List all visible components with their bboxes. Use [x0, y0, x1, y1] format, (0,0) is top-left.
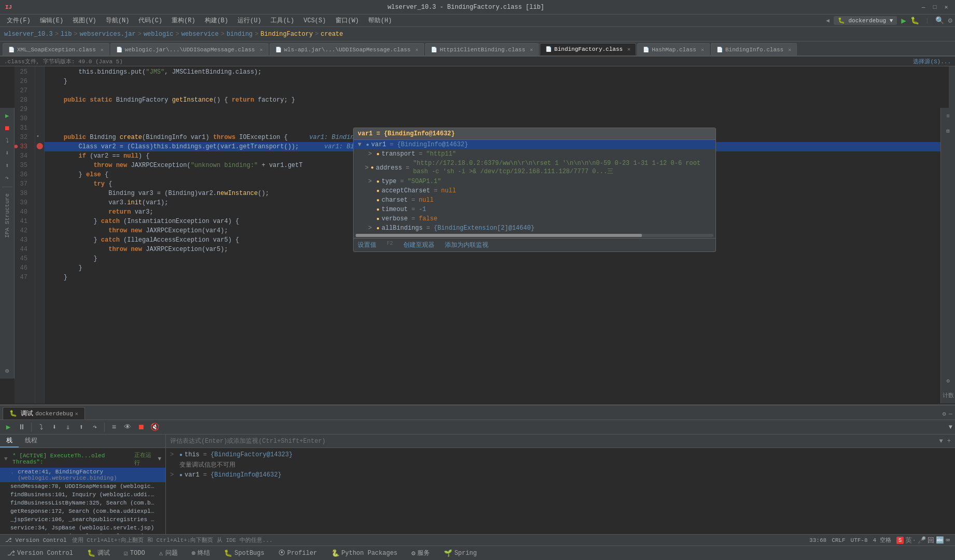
- thread-frame-service[interactable]: service:34, JspBase (weblogic.servlet.js…: [0, 524, 165, 532]
- taskbar-spring[interactable]: 🌱 Spring: [441, 548, 480, 558]
- bc-class[interactable]: BindingFactory: [261, 31, 313, 38]
- left-icon-debug[interactable]: ▶: [2, 110, 13, 121]
- debug-add-inline-watch[interactable]: 添加为内联监视: [445, 241, 488, 249]
- tab-close-xml-soap[interactable]: ✕: [101, 47, 104, 53]
- bc-lib[interactable]: lib: [61, 31, 72, 38]
- bc-jar[interactable]: webservices.jar: [80, 31, 136, 38]
- menu-file[interactable]: 文件(F): [3, 15, 35, 26]
- bc-webservice[interactable]: webservice: [181, 31, 219, 38]
- debug-row-charset[interactable]: ● charset = null: [354, 195, 715, 205]
- menu-view[interactable]: 视图(V): [68, 15, 101, 26]
- status-encoding[interactable]: UTF-8: [851, 537, 868, 543]
- left-icon-step-out[interactable]: ⬆: [2, 160, 13, 171]
- debug-button[interactable]: 🐛: [910, 16, 919, 25]
- status-vcs[interactable]: ⎇ Version Control: [5, 537, 67, 543]
- menu-refactor[interactable]: 重构(R): [167, 15, 200, 26]
- eval-dropdown[interactable]: ▼: [939, 438, 943, 445]
- debug-step-into-btn[interactable]: ⬇: [49, 422, 60, 433]
- taskbar-spotbugs[interactable]: 🐛 SpotBugs: [221, 548, 268, 558]
- debug-step-out-btn[interactable]: ⬆: [76, 422, 87, 433]
- debug-pause-btn[interactable]: ⏸: [16, 422, 27, 433]
- menu-help[interactable]: 帮助(H): [364, 15, 396, 26]
- tab-weblogic-uddi[interactable]: 📄 weblogic.jar\...\UDDISoapMessage.class…: [110, 43, 269, 55]
- var-this[interactable]: > ● this = {BindingFactory@14323}: [166, 450, 955, 459]
- debug-force-step-into-btn[interactable]: ⇓: [62, 422, 74, 433]
- settings-icon[interactable]: ⚙: [948, 16, 952, 25]
- status-crlf[interactable]: CRLF: [832, 537, 845, 543]
- tab-wls-uddi[interactable]: 📄 wls-api.jar\...\UDDISoapMessage.class …: [270, 43, 424, 55]
- left-icon-settings[interactable]: ⚙: [2, 365, 13, 376]
- debug-row-transport[interactable]: > ● transport = "http11": [354, 149, 715, 159]
- taskbar-services[interactable]: ⚙ 服务: [409, 548, 433, 558]
- bc-binding[interactable]: binding: [227, 31, 252, 38]
- select-source-button[interactable]: 选择源(S)...: [913, 58, 951, 65]
- thread-frame-create[interactable]: ' create:41, BindingFactory (weblogic.we…: [0, 468, 165, 482]
- thread-frame-getresponse[interactable]: getResponse:172, Search (com.bea.uddiexp…: [0, 507, 165, 515]
- tab-close-hashmap[interactable]: ✕: [701, 47, 704, 53]
- tab-debug-close[interactable]: ✕: [75, 411, 78, 417]
- taskbar-problems[interactable]: ⚠ 问题: [156, 548, 181, 558]
- left-icon-step-into[interactable]: ⬇: [2, 147, 13, 159]
- taskbar-version-control[interactable]: ⎇ Version Control: [4, 548, 76, 558]
- menu-tools[interactable]: 工具(L): [266, 15, 299, 26]
- debug-create-watcher[interactable]: 创建至观器: [403, 241, 434, 249]
- thread-filter[interactable]: ▼: [949, 424, 952, 431]
- debug-row-allbindings[interactable]: > ● allBindings = {BindingExtension[2]@1…: [354, 223, 715, 233]
- thread-frame-findbusinesslist[interactable]: findBusinessListByName:325, Search (com.…: [0, 499, 165, 507]
- ipa-structure-label[interactable]: IPA Structure: [2, 190, 12, 241]
- tab-binding-factory[interactable]: 📄 BindingFactory.class ✕: [540, 43, 636, 55]
- menu-window[interactable]: 窗口(W): [331, 15, 363, 26]
- left-icon-run-to[interactable]: ↷: [2, 172, 13, 184]
- bc-project[interactable]: wlserver_10.3: [4, 31, 53, 38]
- status-indent[interactable]: 4 空格: [873, 536, 891, 544]
- close-button[interactable]: ✕: [943, 4, 950, 11]
- maximize-button[interactable]: □: [931, 4, 938, 11]
- menu-edit[interactable]: 编辑(E): [36, 15, 68, 26]
- tab-close-binding-factory[interactable]: ✕: [627, 46, 630, 52]
- debug-step-over-btn[interactable]: ⤵: [35, 422, 47, 433]
- right-icon-settings[interactable]: ⚙: [942, 374, 954, 387]
- debug-mute-btn[interactable]: 🔇: [149, 422, 160, 433]
- debug-popup[interactable]: var1 = {BindingInfo@14632} ▼ ● var1 = {B…: [353, 128, 716, 252]
- debug-row-address[interactable]: > ● address = "http://172.18.0.2:6379/ww…: [354, 159, 715, 177]
- right-icon-2[interactable]: ⊞: [942, 124, 954, 137]
- menu-vcs[interactable]: VCS(S): [299, 16, 330, 25]
- status-line-col[interactable]: 33:68: [809, 537, 826, 543]
- thread-frame-jspservice[interactable]: _jspService:106, _searchpublicregistries…: [0, 515, 165, 524]
- thread-frame-findbusiness[interactable]: findBusiness:101, Inquiry (weblogic.uddi…: [0, 491, 165, 499]
- bc-method[interactable]: create: [321, 31, 343, 38]
- var-var1[interactable]: > ● var1 = {BindingInfo@14632}: [166, 470, 955, 480]
- bottom-close-icon[interactable]: —: [949, 411, 952, 418]
- debug-row-type[interactable]: > ● type = "SOAP1.1": [354, 177, 715, 186]
- debug-run-to-cursor-btn[interactable]: ↷: [89, 422, 101, 433]
- tab-close-weblogic-uddi[interactable]: ✕: [260, 47, 263, 53]
- thread-frame-run[interactable]: run227, StubSecurityHelper$ServletServic…: [0, 532, 165, 534]
- debug-row-var1[interactable]: ▼ ● var1 = {BindingInfo@14632}: [354, 140, 715, 149]
- bc-weblogic[interactable]: weblogic: [144, 31, 174, 38]
- taskbar-todo[interactable]: ☑ TODO: [121, 548, 148, 558]
- tab-http11[interactable]: 📄 Http11ClientBinding.class ✕: [425, 43, 539, 55]
- debug-resume-btn[interactable]: ▶: [3, 422, 14, 433]
- menu-run[interactable]: 运行(U): [233, 15, 265, 26]
- tab-close-wls-uddi[interactable]: ✕: [415, 47, 418, 53]
- right-icon-count[interactable]: 计数: [942, 389, 954, 401]
- tab-bindinginfo[interactable]: 📄 BindingInfo.class ✕: [711, 43, 797, 55]
- debug-config[interactable]: 🐛 dockerdebug ▼: [834, 16, 897, 25]
- menu-nav[interactable]: 导航(N): [102, 15, 134, 26]
- thread-frame-sendmessage[interactable]: sendMessage:78, UDDISoapMessage (weblogi…: [0, 482, 165, 491]
- debug-set-value[interactable]: 设置值: [358, 241, 376, 249]
- left-icon-step-over[interactable]: ⤵: [2, 135, 13, 146]
- tab-close-http11[interactable]: ✕: [530, 47, 533, 53]
- menu-build[interactable]: 构建(B): [201, 15, 233, 26]
- taskbar-debug[interactable]: 🐛 调试: [84, 548, 113, 558]
- tab-debug[interactable]: 🐛 调试 dockerdebug ✕: [3, 407, 85, 419]
- eval-bar[interactable]: ▼ +: [166, 435, 955, 448]
- thread-active[interactable]: ▼ * [ACTIVE] ExecuteTh...oled Threads": …: [0, 450, 165, 468]
- debug-row-acceptcharset[interactable]: ● acceptCharset = null: [354, 186, 715, 195]
- taskbar-python-packages[interactable]: 🐍 Python Packages: [328, 548, 401, 558]
- minimize-button[interactable]: —: [920, 4, 927, 11]
- taskbar-profiler[interactable]: ⦿ Profiler: [275, 548, 320, 558]
- debug-watch-btn[interactable]: 👁: [122, 422, 133, 433]
- thread-tab-stack[interactable]: 栈: [0, 435, 19, 447]
- code-content[interactable]: this.bindings.put("JMS", JMSClientBindin…: [45, 66, 949, 403]
